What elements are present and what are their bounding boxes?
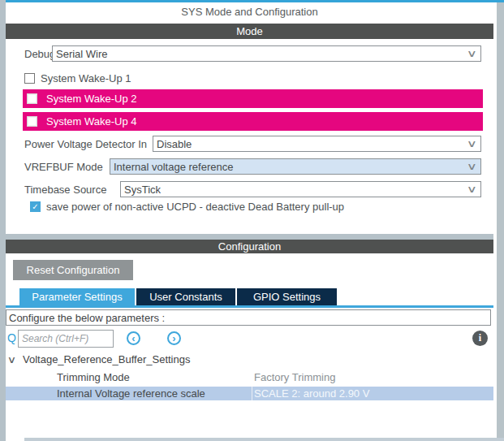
param-row-trimming-mode[interactable]: Trimming Mode Factory Trimming bbox=[6, 370, 493, 384]
vrefbuf-label: VREFBUF Mode bbox=[24, 158, 103, 175]
checkbox-unchecked-icon[interactable] bbox=[27, 93, 37, 104]
debug-label: Debug bbox=[24, 45, 55, 62]
pvd-dropdown-value: Disable bbox=[157, 138, 192, 150]
search-icon: Q bbox=[7, 331, 16, 344]
param-row-internal-voltage-reference-scale[interactable]: Internal Voltage reference scale SCALE 2… bbox=[6, 387, 493, 400]
mode-section-header: Mode bbox=[6, 24, 493, 39]
configuration-header-label: Configuration bbox=[218, 240, 281, 253]
checkbox-checked-icon[interactable]: ✓ bbox=[30, 201, 41, 212]
vrefbuf-dropdown[interactable]: Internal voltage reference ∨ bbox=[110, 158, 481, 175]
system-wakeup4-label: System Wake-Up 4 bbox=[46, 115, 137, 128]
ucpd-checkbox-row[interactable]: ✓ save power of non-active UCPD - deacti… bbox=[30, 201, 344, 213]
chevron-down-icon: ∨ bbox=[467, 161, 477, 172]
active-tab-underline bbox=[6, 305, 493, 308]
tab-label: User Constants bbox=[149, 291, 222, 303]
section-divider bbox=[6, 234, 493, 240]
system-wakeup2-row[interactable]: System Wake-Up 2 bbox=[23, 89, 483, 108]
system-wakeup2-label: System Wake-Up 2 bbox=[46, 93, 137, 105]
tab-label: GPIO Settings bbox=[253, 291, 321, 303]
page-title: SYS Mode and Configuration bbox=[6, 6, 493, 18]
param-name: Internal Voltage reference scale bbox=[57, 387, 205, 400]
pvd-dropdown[interactable]: Disable ∨ bbox=[153, 136, 481, 152]
mode-header-label: Mode bbox=[236, 25, 263, 37]
info-icon[interactable]: i bbox=[472, 331, 488, 346]
search-input[interactable] bbox=[18, 330, 114, 348]
chevron-down-icon: ∨ bbox=[467, 48, 477, 59]
left-scroll-strip[interactable] bbox=[0, 0, 6, 441]
chevron-left-icon: ‹ bbox=[131, 333, 135, 344]
tab-label: Parameter Settings bbox=[32, 291, 122, 303]
timebase-label: Timebase Source bbox=[24, 181, 106, 197]
checkbox-unchecked-icon[interactable] bbox=[27, 116, 37, 127]
param-name: Trimming Mode bbox=[57, 371, 130, 383]
right-scroll-strip[interactable] bbox=[497, 2, 504, 441]
instruction-box: Configure the below parameters : bbox=[6, 309, 491, 326]
info-glyph: i bbox=[479, 332, 481, 344]
chevron-right-icon: › bbox=[172, 333, 175, 344]
vrefbuf-dropdown-value: Internal voltage reference bbox=[114, 161, 233, 173]
configuration-section-header: Configuration bbox=[6, 240, 493, 253]
previous-match-button[interactable]: ‹ bbox=[127, 331, 140, 345]
tree-expander-icon[interactable]: ∨ bbox=[7, 354, 16, 365]
pvd-label: Power Voltage Detector In bbox=[24, 136, 147, 152]
timebase-dropdown[interactable]: SysTick ∨ bbox=[120, 181, 481, 197]
system-wakeup1-label: System Wake-Up 1 bbox=[41, 72, 131, 84]
tab-gpio-settings[interactable]: GPIO Settings bbox=[237, 288, 337, 305]
next-match-button[interactable]: › bbox=[167, 331, 181, 345]
top-accent-line bbox=[6, 0, 504, 2]
debug-dropdown[interactable]: Serial Wire ∨ bbox=[52, 45, 481, 62]
timebase-dropdown-value: SysTick bbox=[124, 184, 161, 196]
chevron-down-icon: ∨ bbox=[467, 184, 477, 195]
horizontal-scrollbar[interactable] bbox=[24, 438, 504, 441]
tab-user-constants[interactable]: User Constants bbox=[136, 288, 235, 305]
system-wakeup1-checkbox-row[interactable]: System Wake-Up 1 bbox=[24, 72, 131, 84]
column-divider bbox=[252, 387, 252, 400]
tree-group-label[interactable]: Voltage_Reference_Buffer_Settings bbox=[23, 353, 190, 365]
chevron-down-icon: ∨ bbox=[467, 138, 477, 149]
param-value[interactable]: SCALE 2: around 2.90 V bbox=[254, 387, 369, 400]
check-icon: ✓ bbox=[32, 202, 38, 211]
reset-configuration-button[interactable]: Reset Configuration bbox=[13, 260, 133, 280]
system-wakeup4-row[interactable]: System Wake-Up 4 bbox=[23, 112, 483, 131]
instruction-text: Configure the below parameters : bbox=[9, 312, 165, 324]
param-value[interactable]: Factory Trimming bbox=[254, 371, 335, 383]
debug-dropdown-value: Serial Wire bbox=[56, 48, 108, 60]
checkbox-unchecked-icon[interactable] bbox=[24, 73, 35, 84]
tab-parameter-settings[interactable]: Parameter Settings bbox=[19, 288, 135, 305]
ucpd-label: save power of non-active UCPD - deactive… bbox=[46, 201, 344, 213]
